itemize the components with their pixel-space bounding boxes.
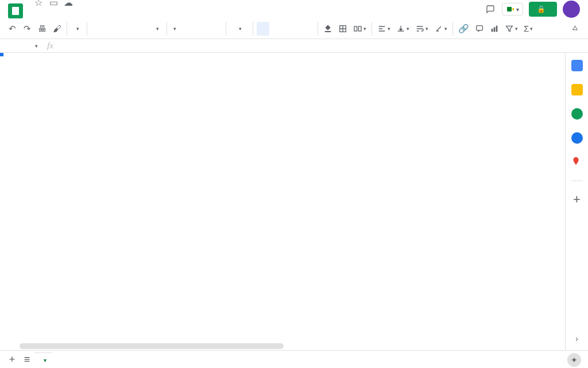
hide-side-panel-button[interactable]: › xyxy=(575,334,578,343)
fx-icon: fx xyxy=(47,41,53,51)
link-button[interactable]: 🔗 xyxy=(457,22,471,36)
halign-button[interactable] xyxy=(376,22,392,36)
explore-button[interactable]: ✦ xyxy=(567,353,581,367)
svg-rect-1 xyxy=(325,31,331,32)
svg-rect-5 xyxy=(477,25,483,30)
zoom-dropdown[interactable] xyxy=(71,22,83,36)
sheets-logo[interactable] xyxy=(8,3,23,18)
italic-button[interactable] xyxy=(272,22,284,36)
cloud-icon[interactable]: ☁ xyxy=(63,0,74,7)
borders-button[interactable] xyxy=(336,22,349,36)
lock-icon: 🔒 xyxy=(537,5,546,13)
redo-button[interactable]: ↷ xyxy=(21,22,33,36)
maps-icon[interactable] xyxy=(571,156,583,168)
share-button[interactable]: 🔒 xyxy=(529,2,557,17)
svg-rect-4 xyxy=(358,26,361,31)
currency-button[interactable] xyxy=(91,22,103,36)
dec-increase-button[interactable] xyxy=(136,22,148,36)
spreadsheet-grid[interactable] xyxy=(0,53,565,350)
svg-rect-3 xyxy=(354,26,357,31)
horizontal-scrollbar[interactable] xyxy=(20,343,284,349)
paint-format-button[interactable]: 🖌 xyxy=(51,22,63,36)
collapse-toolbar-button[interactable]: ㅿ xyxy=(568,22,581,36)
filter-button[interactable] xyxy=(503,22,520,36)
text-color-button[interactable] xyxy=(301,22,314,36)
keep-icon[interactable] xyxy=(571,84,583,95)
font-size-dropdown[interactable] xyxy=(230,22,249,36)
addons-button[interactable]: + xyxy=(571,194,583,205)
calendar-icon[interactable] xyxy=(571,60,583,71)
meet-button[interactable]: ▾ xyxy=(502,3,523,16)
wrap-button[interactable] xyxy=(413,22,430,36)
functions-button[interactable]: Σ xyxy=(522,22,535,36)
move-icon[interactable]: ▭ xyxy=(48,0,59,7)
name-box[interactable]: ▾ xyxy=(0,43,41,49)
percent-button[interactable] xyxy=(106,22,118,36)
fill-color-button[interactable] xyxy=(322,22,334,36)
svg-rect-7 xyxy=(494,27,496,32)
dec-decrease-button[interactable] xyxy=(121,22,133,36)
side-panel: + › xyxy=(565,53,588,350)
sheet-tab[interactable]: ▾ xyxy=(34,353,52,366)
rotate-button[interactable] xyxy=(432,22,449,36)
comments-icon[interactable] xyxy=(482,1,498,17)
svg-rect-0 xyxy=(507,7,512,12)
svg-rect-8 xyxy=(496,25,498,32)
bold-button[interactable] xyxy=(257,22,269,36)
comment-button[interactable] xyxy=(473,22,486,36)
strikethrough-button[interactable] xyxy=(287,22,299,36)
number-format-dropdown[interactable] xyxy=(150,22,163,36)
valign-button[interactable] xyxy=(394,22,411,36)
toolbar: ↶ ↷ 🖶 🖌 🔗 Σ ㅿ xyxy=(0,18,588,39)
tasks-icon[interactable] xyxy=(571,108,583,120)
star-icon[interactable]: ☆ xyxy=(33,0,44,7)
account-avatar[interactable] xyxy=(563,1,580,18)
merge-button[interactable] xyxy=(351,22,368,36)
print-button[interactable]: 🖶 xyxy=(36,22,48,36)
font-dropdown[interactable] xyxy=(171,22,222,36)
undo-button[interactable]: ↶ xyxy=(6,22,18,36)
all-sheets-button[interactable]: ≡ xyxy=(20,354,34,366)
contacts-icon[interactable] xyxy=(571,132,583,144)
svg-rect-6 xyxy=(492,29,493,32)
chart-button[interactable] xyxy=(488,22,501,36)
add-sheet-button[interactable]: + xyxy=(5,354,20,366)
